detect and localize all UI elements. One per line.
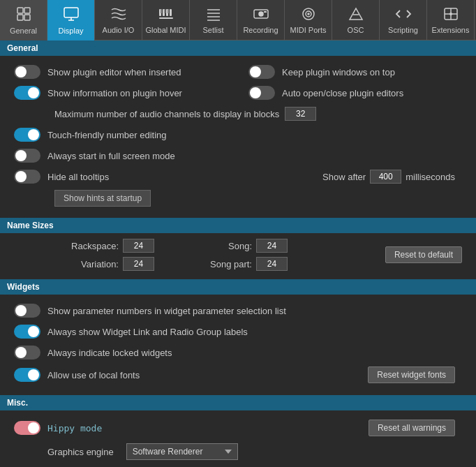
tab-midi-ports[interactable]: MIDI Ports [285,0,332,40]
show-hints-button[interactable]: Show hints at startup [54,190,151,207]
tab-recording-label: Recording [243,26,278,34]
graphics-engine-label: Graphics engine [47,447,114,457]
max-channels-label: Maximum number of audio channels to disp… [54,109,279,119]
tab-extensions-label: Extensions [432,26,470,34]
full-screen-row: Always start in full screen mode [14,145,462,166]
general-section-header: General [0,40,476,56]
keep-plugin-windows-toggle[interactable] [248,65,275,79]
tab-extensions[interactable]: Extensions [427,0,475,40]
misc-settings-block: Hippy mode Reset all warnings Graphics e… [0,410,476,467]
midi-ports-icon [300,6,317,24]
always-show-widget-link-label: Always show Widget Link and Radio Group … [47,327,248,337]
osc-icon [348,6,364,24]
tab-setlist-label: Setlist [203,26,224,34]
variation-row: Variation: [63,257,154,271]
svg-rect-2 [17,15,23,20]
graphics-engine-row: Graphics engine Software Renderer Hardwa… [14,440,462,464]
keep-plugin-windows-label: Keep plugin windows on top [282,67,395,77]
reset-widget-fonts-button[interactable]: Reset widget fonts [368,366,455,383]
always-show-widget-link-toggle[interactable] [14,325,40,339]
display-icon [63,6,80,24]
always-show-widget-link-row: Always show Widget Link and Radio Group … [14,321,462,342]
tab-scripting[interactable]: Scripting [380,0,427,40]
auto-open-close-label: Auto open/close plugin editors [282,88,403,98]
reset-all-warnings-button[interactable]: Reset all warnings [369,420,455,436]
show-info-hover-toggle[interactable] [14,86,40,100]
svg-point-30 [449,13,452,15]
allow-local-fonts-toggle[interactable] [14,368,40,382]
content-area: General Show plugin editor when inserted… [0,40,476,467]
song-row: Song: [203,239,288,253]
always-indicate-locked-row: Always indicate locked widgets [14,342,462,363]
general-settings-block: Show plugin editor when inserted Keep pl… [0,56,476,218]
tab-general[interactable]: General [0,0,47,40]
allow-local-fonts-label: Allow use of local fonts [47,370,140,380]
svg-rect-3 [24,15,30,20]
svg-rect-4 [64,8,78,17]
svg-rect-14 [159,17,173,19]
tab-audio-io[interactable]: Audio I/O [95,0,142,40]
general-icon [15,6,32,24]
tab-midi-ports-label: MIDI Ports [290,26,327,34]
recording-icon [253,6,269,24]
rackspace-label: Rackspace: [63,241,119,251]
show-after-label: Show after [322,172,366,182]
name-sizes-section-header: Name Sizes [0,218,476,233]
hide-tooltips-toggle[interactable] [14,170,40,184]
show-info-hover-label: Show information on plugin hover [47,88,182,98]
hide-tooltips-label: Hide all tooltips [47,172,109,182]
audio-io-icon [110,6,127,24]
show-plugin-editor-label: Show plugin editor when inserted [47,67,181,77]
widgets-settings-block: Show parameter numbers in widget paramet… [0,295,476,395]
tab-setlist[interactable]: Setlist [190,0,237,40]
global-midi-icon [158,6,174,24]
rackspace-input[interactable] [123,239,154,253]
reset-to-default-button[interactable]: Reset to default [385,246,462,263]
widgets-section-header: Widgets [0,279,476,295]
full-screen-toggle[interactable] [14,149,40,163]
tab-recording[interactable]: Recording [237,0,285,40]
scripting-icon [395,6,412,24]
auto-open-close-toggle[interactable] [248,86,275,100]
svg-rect-21 [264,11,267,13]
hippy-mode-label: Hippy mode [47,423,102,433]
show-param-numbers-toggle[interactable] [14,304,40,318]
svg-rect-10 [170,9,172,16]
hippy-mode-toggle[interactable] [14,421,40,435]
show-param-numbers-label: Show parameter numbers in widget paramet… [47,306,286,316]
show-after-input[interactable] [370,170,401,184]
song-label: Song: [203,241,252,251]
show-plugin-editor-toggle[interactable] [14,65,40,79]
svg-rect-0 [17,8,23,13]
song-part-row: Song part: [203,257,288,271]
graphics-engine-select[interactable]: Software Renderer Hardware Renderer [126,443,238,460]
variation-input[interactable] [123,257,154,271]
tab-osc-label: OSC [348,26,364,34]
svg-point-24 [308,13,309,15]
name-sizes-block: Rackspace: Variation: Song: Song part: R… [0,233,476,279]
tab-audio-io-label: Audio I/O [103,26,135,34]
svg-marker-25 [350,8,362,20]
svg-point-20 [259,12,263,16]
tab-osc[interactable]: OSC [332,0,380,40]
tab-general-label: General [10,27,37,35]
name-sizes-col2: Song: Song part: [203,239,288,271]
always-indicate-locked-toggle[interactable] [14,346,40,359]
song-input[interactable] [256,239,288,253]
svg-rect-1 [24,8,30,13]
touch-friendly-toggle[interactable] [14,128,40,142]
song-part-input[interactable] [256,257,288,271]
always-indicate-locked-label: Always indicate locked widgets [47,348,172,358]
full-screen-label: Always start in full screen mode [47,151,175,161]
tab-scripting-label: Scripting [388,26,418,34]
tab-global-midi[interactable]: Global MIDI [142,0,190,40]
name-sizes-col1: Rackspace: Variation: [63,239,154,271]
milliseconds-label: milliseconds [406,172,455,182]
show-param-numbers-row: Show parameter numbers in widget paramet… [14,300,462,321]
misc-section-header: Misc. [0,395,476,410]
svg-rect-12 [164,9,165,13]
max-channels-input[interactable] [285,107,316,121]
rackspace-row: Rackspace: [63,239,154,253]
reset-col: Reset to default [385,246,462,263]
tab-display[interactable]: Display [47,0,95,40]
